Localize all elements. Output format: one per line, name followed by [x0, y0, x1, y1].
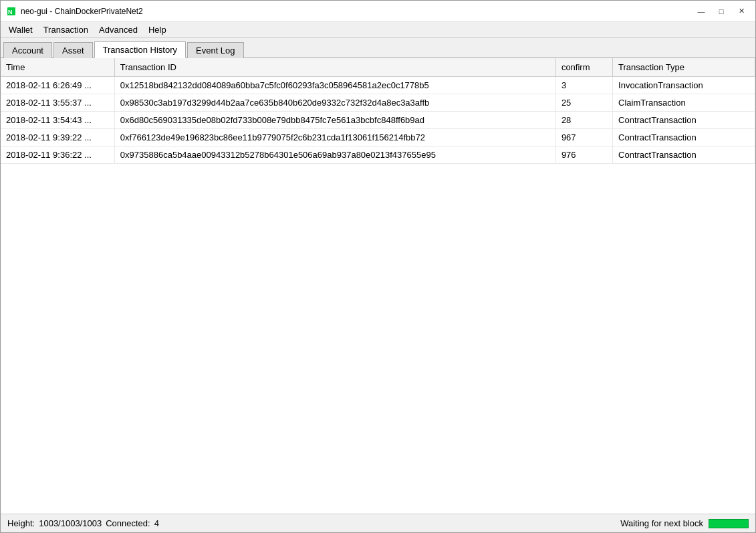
- tabs-bar: Account Asset Transaction History Event …: [1, 38, 755, 58]
- close-button[interactable]: ✕: [733, 5, 750, 18]
- menu-help[interactable]: Help: [143, 23, 172, 36]
- table-row[interactable]: 2018-02-11 3:55:37 ...0x98530c3ab197d329…: [1, 94, 755, 112]
- status-right: Waiting for next block: [620, 518, 749, 528]
- table-row[interactable]: 2018-02-11 6:26:49 ...0x12518bd842132dd0…: [1, 77, 755, 94]
- col-header-txid: Transaction ID: [114, 58, 555, 77]
- status-indicator: [709, 519, 749, 528]
- main-window: N neo-gui - ChainDockerPrivateNet2 — □ ✕…: [0, 0, 756, 533]
- cell-confirm: 28: [555, 112, 612, 129]
- cell-txid: 0x98530c3ab197d3299d44b2aa7ce635b840b620…: [114, 94, 555, 112]
- table-row[interactable]: 2018-02-11 9:39:22 ...0xf766123de49e1968…: [1, 129, 755, 146]
- connected-value: 4: [154, 518, 159, 528]
- cell-txid: 0x9735886ca5b4aae00943312b5278b64301e506…: [114, 146, 555, 164]
- main-content: Time Transaction ID confirm Transaction …: [1, 58, 755, 514]
- table-row[interactable]: 2018-02-11 9:36:22 ...0x9735886ca5b4aae0…: [1, 146, 755, 164]
- cell-txid: 0x12518bd842132dd084089a60bba7c5fc0f6029…: [114, 77, 555, 94]
- cell-type: ContractTransaction: [613, 146, 755, 164]
- title-bar: N neo-gui - ChainDockerPrivateNet2 — □ ✕: [1, 1, 755, 22]
- col-header-type: Transaction Type: [613, 58, 755, 77]
- cell-confirm: 967: [555, 129, 612, 146]
- height-value: 1003/1003/1003: [39, 518, 102, 528]
- cell-time: 2018-02-11 3:55:37 ...: [1, 94, 114, 112]
- transaction-table: Time Transaction ID confirm Transaction …: [1, 58, 755, 164]
- minimize-button[interactable]: —: [692, 5, 710, 18]
- col-header-time: Time: [1, 58, 114, 77]
- status-left: Height: 1003/1003/1003 Connected: 4: [7, 518, 159, 528]
- tab-event-log[interactable]: Event Log: [187, 42, 244, 58]
- tab-asset[interactable]: Asset: [53, 42, 93, 58]
- waiting-label: Waiting for next block: [620, 518, 703, 528]
- cell-time: 2018-02-11 6:26:49 ...: [1, 77, 114, 94]
- table-body: 2018-02-11 6:26:49 ...0x12518bd842132dd0…: [1, 77, 755, 164]
- cell-time: 2018-02-11 9:36:22 ...: [1, 146, 114, 164]
- cell-type: ContractTransaction: [613, 112, 755, 129]
- status-bar: Height: 1003/1003/1003 Connected: 4 Wait…: [1, 514, 755, 532]
- title-bar-left: N neo-gui - ChainDockerPrivateNet2: [6, 6, 143, 17]
- cell-time: 2018-02-11 3:54:43 ...: [1, 112, 114, 129]
- menu-transaction[interactable]: Transaction: [38, 23, 94, 36]
- col-header-confirm: confirm: [555, 58, 612, 77]
- cell-confirm: 3: [555, 77, 612, 94]
- cell-type: InvocationTransaction: [613, 77, 755, 94]
- menu-wallet[interactable]: Wallet: [3, 23, 38, 36]
- cell-time: 2018-02-11 9:39:22 ...: [1, 129, 114, 146]
- cell-txid: 0x6d80c569031335de08b02fd733b008e79dbb84…: [114, 112, 555, 129]
- tab-account[interactable]: Account: [3, 42, 52, 58]
- table-header-row: Time Transaction ID confirm Transaction …: [1, 58, 755, 77]
- svg-text:N: N: [8, 9, 13, 15]
- menu-advanced[interactable]: Advanced: [94, 23, 143, 36]
- maximize-button[interactable]: □: [713, 5, 730, 18]
- table-wrapper[interactable]: Time Transaction ID confirm Transaction …: [1, 58, 755, 514]
- cell-txid: 0xf766123de49e196823bc86ee11b9779075f2c6…: [114, 129, 555, 146]
- tab-transaction-history[interactable]: Transaction History: [94, 41, 186, 58]
- connected-label: Connected:: [106, 518, 150, 528]
- cell-confirm: 976: [555, 146, 612, 164]
- menu-bar: Wallet Transaction Advanced Help: [1, 22, 755, 38]
- table-row[interactable]: 2018-02-11 3:54:43 ...0x6d80c569031335de…: [1, 112, 755, 129]
- title-bar-controls: — □ ✕: [692, 5, 750, 18]
- cell-type: ClaimTransaction: [613, 94, 755, 112]
- window-title: neo-gui - ChainDockerPrivateNet2: [21, 7, 143, 16]
- cell-confirm: 25: [555, 94, 612, 112]
- cell-type: ContractTransaction: [613, 129, 755, 146]
- height-label: Height:: [7, 518, 35, 528]
- app-icon: N: [6, 6, 17, 17]
